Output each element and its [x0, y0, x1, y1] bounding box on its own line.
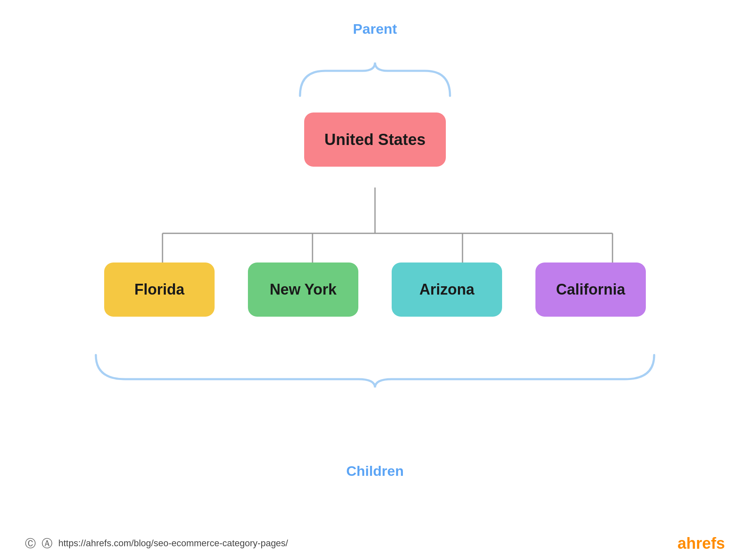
by-icon: Ⓐ: [42, 536, 52, 551]
child-node-arizona: Arizona: [392, 262, 502, 317]
children-label: Children: [346, 463, 404, 479]
florida-label: Florida: [134, 281, 184, 298]
parent-node-label: United States: [325, 131, 426, 149]
footer-left: Ⓒ Ⓐ https://ahrefs.com/blog/seo-ecommerc…: [25, 536, 288, 551]
diagram-container: Parent United States: [42, 17, 708, 517]
newyork-label: New York: [270, 281, 337, 298]
arizona-label: Arizona: [419, 281, 474, 298]
footer-url: https://ahrefs.com/blog/seo-ecommerce-ca…: [58, 538, 288, 549]
cc-icon: Ⓒ: [25, 536, 36, 551]
children-row: Florida New York Arizona California: [104, 262, 646, 317]
child-node-florida: Florida: [104, 262, 215, 317]
footer-logo: ahrefs: [678, 535, 725, 552]
parent-node: United States: [304, 112, 446, 167]
california-label: California: [556, 281, 625, 298]
footer: Ⓒ Ⓐ https://ahrefs.com/blog/seo-ecommerc…: [0, 527, 750, 560]
child-node-newyork: New York: [248, 262, 358, 317]
child-node-california: California: [535, 262, 646, 317]
parent-label: Parent: [353, 21, 397, 37]
